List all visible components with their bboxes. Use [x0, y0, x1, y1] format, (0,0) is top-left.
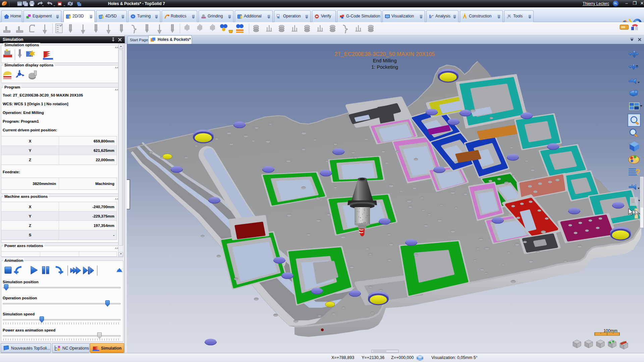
svg-text:N: N: [277, 16, 280, 19]
svg-text:End Milling: End Milling: [373, 58, 397, 63]
svg-text:2T_EC200E38-3C20_50 MAXIN 20X1: 2T_EC200E38-3C20_50 MAXIN 20X105: [334, 51, 435, 57]
svg-text:1: Pocketing: 1: Pocketing: [371, 64, 398, 70]
svg-text:?: ?: [635, 168, 640, 177]
